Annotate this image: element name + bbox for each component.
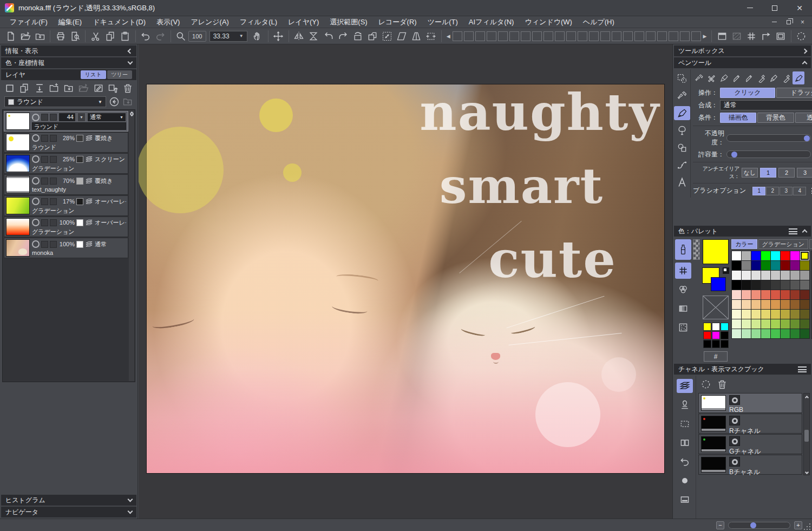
new-layer-button[interactable]: [4, 83, 15, 94]
cut-button[interactable]: [88, 29, 103, 43]
zoom-out-button[interactable]: −: [716, 521, 724, 529]
channel-circle-button[interactable]: [677, 474, 693, 488]
pen-type-marker1[interactable]: [730, 71, 742, 84]
layer-option-box[interactable]: [50, 156, 57, 163]
layer-row[interactable]: 100% 通常 monoka: [4, 238, 128, 258]
layer-option-box[interactable]: [41, 135, 48, 142]
layer-list-scrollbar[interactable]: [129, 110, 134, 381]
operation-click-button[interactable]: クリック: [720, 88, 775, 98]
gradient-mode-button[interactable]: [675, 300, 691, 317]
palette-swatch[interactable]: [800, 261, 809, 270]
palette-swatch[interactable]: [790, 319, 800, 329]
layer-option-box[interactable]: [50, 198, 57, 205]
navigator-header[interactable]: ナビゲータ: [1, 507, 136, 517]
menu-layer[interactable]: レイヤ(Y): [283, 16, 324, 28]
layer-visibility-toggle[interactable]: [32, 240, 40, 248]
tolerance-slider[interactable]: [726, 150, 811, 158]
palette-swatch[interactable]: [742, 310, 751, 319]
palette-swatch[interactable]: [742, 271, 751, 280]
layer-mask-swatch[interactable]: [76, 198, 83, 205]
layer-row[interactable]: 70% 覆焼き text_naughty: [4, 174, 128, 195]
layer-name[interactable]: ラウンド: [32, 122, 126, 130]
zoom-slider[interactable]: [728, 522, 790, 529]
palette-swatch[interactable]: [800, 310, 809, 319]
text-tool-button[interactable]: [674, 175, 690, 189]
menu-aifilter[interactable]: AIフィルタ(N): [463, 16, 520, 28]
pen-tool-button[interactable]: [674, 106, 690, 120]
palette-swatch[interactable]: [732, 261, 741, 270]
document-close-button[interactable]: ×: [801, 18, 804, 26]
background-color[interactable]: [711, 277, 726, 291]
transparency-checker-button[interactable]: [730, 29, 744, 43]
toolbar-swatch-slot[interactable]: [680, 31, 690, 41]
toolbar-swatch-slot[interactable]: [509, 31, 519, 41]
palette-swatch[interactable]: [771, 300, 780, 309]
palette-swatch[interactable]: [751, 300, 761, 309]
mini-palette-swatch[interactable]: [703, 340, 711, 348]
palette-swatch[interactable]: [800, 251, 809, 260]
layers-tab-list[interactable]: リスト: [81, 70, 106, 79]
palette-swatch[interactable]: [761, 319, 770, 329]
palette-swatch[interactable]: [732, 310, 741, 319]
palette-swatch[interactable]: [742, 280, 751, 290]
toolbar-swatch-slot[interactable]: [634, 31, 644, 41]
layer-properties-button[interactable]: [93, 83, 104, 94]
layers-header[interactable]: レイヤ リスト ツリー: [1, 69, 136, 80]
menu-tool[interactable]: ツール(T): [422, 16, 463, 28]
palette-tab-texture[interactable]: テクスチャ: [809, 239, 812, 249]
layer-option-box[interactable]: [50, 135, 57, 142]
texture-mode-button[interactable]: [675, 319, 691, 336]
brush-tab-2[interactable]: 2: [766, 187, 779, 195]
palette-tab-gradient[interactable]: グラデーション: [758, 239, 809, 249]
channel-window-button[interactable]: [677, 493, 693, 507]
palette-swatch[interactable]: [781, 329, 790, 338]
layers-tab-tree[interactable]: ツリー: [107, 70, 132, 79]
palette-swatch[interactable]: [790, 290, 800, 299]
antialias-2-button[interactable]: 2: [778, 168, 795, 178]
merge-layer-button[interactable]: [34, 83, 45, 94]
palette-swatch[interactable]: [781, 261, 790, 270]
layer-option-box[interactable]: [41, 219, 48, 226]
layer-visibility-toggle[interactable]: [32, 219, 40, 226]
palette-swatch[interactable]: [771, 271, 780, 280]
new-file-button[interactable]: [3, 29, 18, 43]
menu-document[interactable]: ドキュメント(D): [87, 16, 151, 28]
channel-select-rect-button[interactable]: [677, 417, 693, 431]
channel-row[interactable]: Gチャネル: [698, 434, 802, 454]
toolbar-swatch-slot[interactable]: [669, 31, 678, 41]
toolbar-swatch-slot[interactable]: [566, 31, 576, 41]
shape-brush-tool-button[interactable]: [674, 123, 690, 137]
selection-circle-button[interactable]: [794, 29, 809, 43]
antialias-3-button[interactable]: 3: [797, 168, 812, 178]
palette-swatch[interactable]: [790, 251, 800, 260]
palette-swatch[interactable]: [742, 329, 751, 338]
mini-palette-swatch[interactable]: [721, 331, 729, 339]
palette-swatch[interactable]: [751, 271, 761, 280]
palette-swatch[interactable]: [800, 271, 809, 280]
scale-button[interactable]: [379, 29, 394, 43]
palette-swatch[interactable]: [781, 300, 790, 309]
channels-menu-icon[interactable]: [798, 366, 807, 372]
resize-grip[interactable]: [803, 522, 811, 530]
channel-visibility-toggle[interactable]: [729, 457, 740, 467]
opacity-dropdown-icon[interactable]: ▼: [77, 113, 86, 122]
menu-help[interactable]: ヘルプ(H): [578, 16, 620, 28]
brush-tab-1[interactable]: 1: [752, 187, 765, 195]
palette-swatch[interactable]: [751, 310, 761, 319]
palette-swatch[interactable]: [800, 300, 809, 309]
layer-opacity-field[interactable]: 44: [58, 113, 76, 122]
palette-swatch[interactable]: [800, 319, 809, 329]
layer-option-box[interactable]: [41, 241, 48, 248]
palette-swatch[interactable]: [751, 319, 761, 329]
layer-visibility-toggle[interactable]: [32, 114, 40, 121]
move-tool-button[interactable]: [271, 29, 286, 43]
operation-drag-button[interactable]: ドラッグ: [776, 88, 812, 98]
channel-delete-button[interactable]: [717, 379, 728, 390]
palette-swatch[interactable]: [800, 290, 809, 299]
channel-row[interactable]: Bチャネル: [698, 455, 802, 475]
mini-palette-swatch[interactable]: [703, 323, 711, 331]
palette-swatch[interactable]: [790, 280, 800, 290]
layer-option-box[interactable]: [41, 156, 48, 163]
pen-type-crossed[interactable]: [705, 71, 717, 84]
opacity-slider[interactable]: [726, 134, 811, 142]
